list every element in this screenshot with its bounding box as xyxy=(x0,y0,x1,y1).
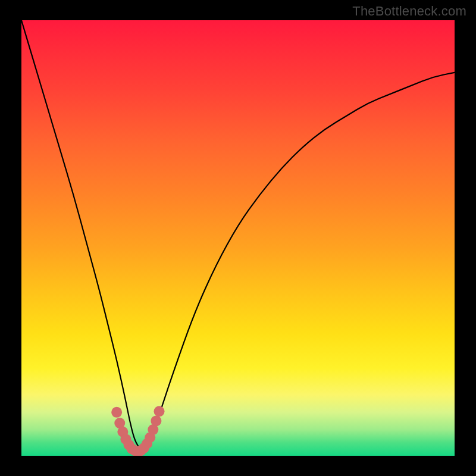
attribution-label: TheBottleneck.com xyxy=(352,4,466,19)
marker-band xyxy=(111,406,164,456)
marker-dot xyxy=(154,406,165,416)
marker-dot xyxy=(111,407,122,418)
chart-frame: TheBottleneck.com xyxy=(0,0,476,476)
main-curve xyxy=(21,20,455,450)
curve-layer xyxy=(21,20,455,456)
marker-dot xyxy=(151,415,161,426)
plot-area xyxy=(21,20,455,456)
